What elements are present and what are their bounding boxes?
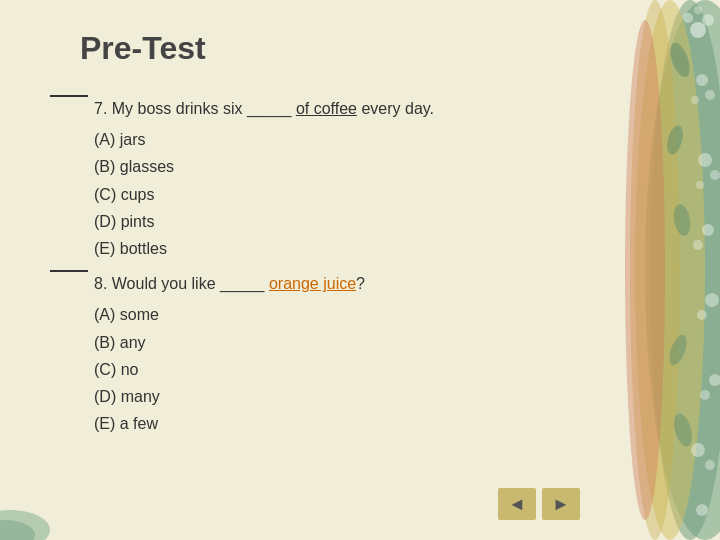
navigation-buttons: ◄ ► xyxy=(498,488,580,520)
question-8-text: 8. Would you like _____ orange juice? xyxy=(94,270,560,297)
question-7-text: 7. My boss drinks six _____ of coffee ev… xyxy=(94,95,560,122)
q8-option-b: (B) any xyxy=(94,329,560,356)
q8-end: ? xyxy=(356,275,365,292)
q8-option-c: (C) no xyxy=(94,356,560,383)
question-8-row: 8. Would you like _____ orange juice? xyxy=(50,270,560,297)
q7-option-e: (E) bottles xyxy=(94,235,560,262)
q7-option-b: (B) glasses xyxy=(94,153,560,180)
next-button[interactable]: ► xyxy=(542,488,580,520)
q7-option-c: (C) cups xyxy=(94,181,560,208)
q7-options: (A) jars (B) glasses (C) cups (D) pints … xyxy=(94,126,560,262)
blank-7 xyxy=(50,95,88,97)
prev-button[interactable]: ◄ xyxy=(498,488,536,520)
q7-number: 7. My boss drinks six _____ xyxy=(94,100,296,117)
q8-option-a: (A) some xyxy=(94,301,560,328)
question-7-row: 7. My boss drinks six _____ of coffee ev… xyxy=(50,95,560,122)
q7-option-a: (A) jars xyxy=(94,126,560,153)
q8-options: (A) some (B) any (C) no (D) many (E) a f… xyxy=(94,301,560,437)
blank-8 xyxy=(50,270,88,272)
page-title: Pre-Test xyxy=(50,30,560,67)
questions-container: 7. My boss drinks six _____ of coffee ev… xyxy=(50,95,560,437)
svg-point-23 xyxy=(696,504,708,516)
q8-option-d: (D) many xyxy=(94,383,560,410)
q7-option-d: (D) pints xyxy=(94,208,560,235)
q8-option-e: (E) a few xyxy=(94,410,560,437)
main-content: Pre-Test 7. My boss drinks six _____ of … xyxy=(0,0,720,475)
q8-number: 8. Would you like _____ xyxy=(94,275,269,292)
q7-end: every day. xyxy=(357,100,434,117)
q7-coffee: of coffee xyxy=(296,100,357,117)
q8-orange-juice: orange juice xyxy=(269,275,356,292)
